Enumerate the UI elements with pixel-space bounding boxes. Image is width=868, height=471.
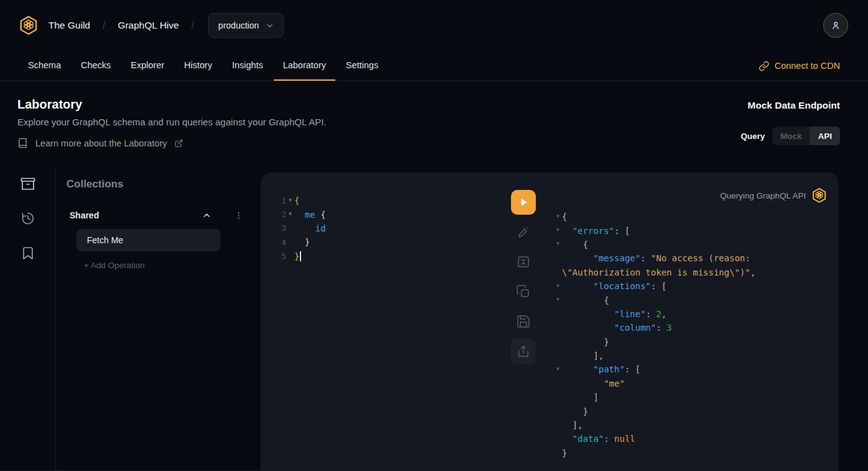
tab-insights[interactable]: Insights bbox=[223, 51, 273, 81]
response-line: "me" bbox=[554, 377, 832, 390]
save-operation-icon[interactable] bbox=[516, 314, 531, 329]
chevron-down-icon bbox=[265, 21, 274, 30]
learn-more-label: Learn more about the Laboratory bbox=[35, 138, 167, 148]
tab-explorer[interactable]: Explorer bbox=[122, 51, 174, 81]
query-line: 5} bbox=[276, 249, 503, 263]
response-line: "line": 2, bbox=[554, 307, 832, 321]
endpoint-option-mock[interactable]: Mock bbox=[772, 127, 810, 145]
breadcrumb-org[interactable]: The Guild bbox=[48, 20, 90, 31]
hive-logo-icon[interactable] bbox=[19, 15, 38, 36]
lab-sidebar-rail bbox=[0, 166, 56, 471]
collection-group-label: Shared bbox=[70, 210, 99, 220]
connect-to-cdn-button[interactable]: Connect to CDN bbox=[759, 51, 840, 81]
nav-tabs: SchemaChecksExplorerHistoryInsightsLabor… bbox=[19, 51, 389, 81]
book-icon bbox=[17, 138, 28, 148]
tab-schema[interactable]: Schema bbox=[19, 51, 70, 81]
connect-to-cdn-label: Connect to CDN bbox=[774, 61, 840, 71]
graphiql-wrap: 1▼{2▼ me {3 id4 }5} bbox=[261, 166, 868, 471]
response-line: } bbox=[554, 335, 832, 349]
user-avatar[interactable] bbox=[823, 13, 848, 38]
app-header: The Guild / GraphQL Hive / production bbox=[0, 0, 868, 51]
kebab-menu-icon[interactable] bbox=[234, 211, 243, 220]
external-link-icon bbox=[174, 139, 183, 148]
graphiql-panel: 1▼{2▼ me {3 id4 }5} bbox=[261, 173, 838, 471]
collections-title: Collections bbox=[66, 178, 261, 191]
response-header: Querying GraphQL API bbox=[720, 187, 827, 204]
response-line: "column": 3 bbox=[554, 321, 832, 334]
tab-laboratory[interactable]: Laboratory bbox=[274, 51, 335, 81]
copy-query-icon[interactable] bbox=[516, 284, 531, 299]
response-line: "message": "No access (reason: bbox=[554, 251, 832, 265]
endpoint-option-api[interactable]: API bbox=[810, 127, 840, 145]
tab-history[interactable]: History bbox=[175, 51, 222, 81]
query-line: 4 } bbox=[276, 235, 503, 249]
prettify-query-icon[interactable] bbox=[516, 225, 531, 240]
response-line: ▼ "locations": [ bbox=[554, 279, 832, 293]
query-line: 1▼{ bbox=[276, 194, 503, 207]
query-line: 2▼ me { bbox=[276, 207, 503, 221]
response-line: ] bbox=[554, 390, 832, 404]
operation-list: Fetch Me bbox=[66, 229, 261, 251]
tab-settings[interactable]: Settings bbox=[337, 51, 387, 81]
mock-endpoint-section: Mock Data Endpoint Query MockAPI bbox=[741, 100, 840, 145]
history-icon[interactable] bbox=[20, 211, 35, 226]
response-line: ▼ "errors": [ bbox=[554, 223, 832, 237]
response-line: ▼ "path": [ bbox=[554, 362, 832, 376]
project-nav: SchemaChecksExplorerHistoryInsightsLabor… bbox=[0, 51, 868, 81]
collections-panel: Collections Shared Fetch Me + Add Operat… bbox=[56, 166, 261, 471]
page-head: Laboratory Explore your GraphQL schema a… bbox=[0, 81, 868, 166]
query-line: 3 id bbox=[276, 222, 503, 235]
text-cursor bbox=[300, 251, 301, 261]
breadcrumb-separator: / bbox=[102, 20, 105, 31]
response-line: ▼ { bbox=[554, 293, 832, 307]
response-line: ], bbox=[554, 349, 832, 362]
link-icon bbox=[759, 61, 769, 71]
collections-icon[interactable] bbox=[20, 176, 35, 191]
breadcrumb-project[interactable]: GraphQL Hive bbox=[118, 20, 179, 31]
response-line: } bbox=[554, 446, 832, 460]
operation-item[interactable]: Fetch Me bbox=[76, 229, 220, 251]
tab-checks[interactable]: Checks bbox=[71, 51, 120, 81]
collection-group-shared[interactable]: Shared bbox=[66, 210, 261, 220]
execute-query-button[interactable] bbox=[511, 190, 536, 215]
response-line: \"Authorization token is missing\")", bbox=[554, 266, 832, 279]
query-editor[interactable]: 1▼{2▼ me {3 id4 }5} bbox=[261, 173, 503, 471]
response-line: ▼ { bbox=[554, 238, 832, 251]
query-toggle-label: Query bbox=[741, 132, 765, 141]
mock-endpoint-title: Mock Data Endpoint bbox=[741, 100, 840, 111]
response-line: } bbox=[554, 404, 832, 418]
bookmark-icon[interactable] bbox=[20, 246, 35, 261]
laboratory-main: Collections Shared Fetch Me + Add Operat… bbox=[0, 166, 868, 471]
share-operation-button[interactable] bbox=[511, 339, 536, 364]
editor-toolbar bbox=[503, 173, 543, 471]
response-line: ], bbox=[554, 418, 832, 432]
query-endpoint-toggle: MockAPI bbox=[772, 127, 840, 145]
merge-fragments-icon[interactable] bbox=[516, 254, 531, 269]
response-line: ▼{ bbox=[554, 210, 832, 223]
response-status-text: Querying GraphQL API bbox=[720, 191, 806, 200]
breadcrumb-separator: / bbox=[191, 20, 194, 31]
response-viewer[interactable]: ▼{▼ "errors": [▼ { "message": "No access… bbox=[543, 173, 838, 471]
add-operation-button[interactable]: + Add Operation bbox=[84, 261, 261, 270]
target-select-value: production bbox=[219, 20, 259, 30]
chevron-up-icon[interactable] bbox=[202, 210, 212, 220]
hive-logo-icon bbox=[811, 187, 827, 204]
response-line: "data": null bbox=[554, 432, 832, 446]
target-select[interactable]: production bbox=[208, 13, 284, 38]
